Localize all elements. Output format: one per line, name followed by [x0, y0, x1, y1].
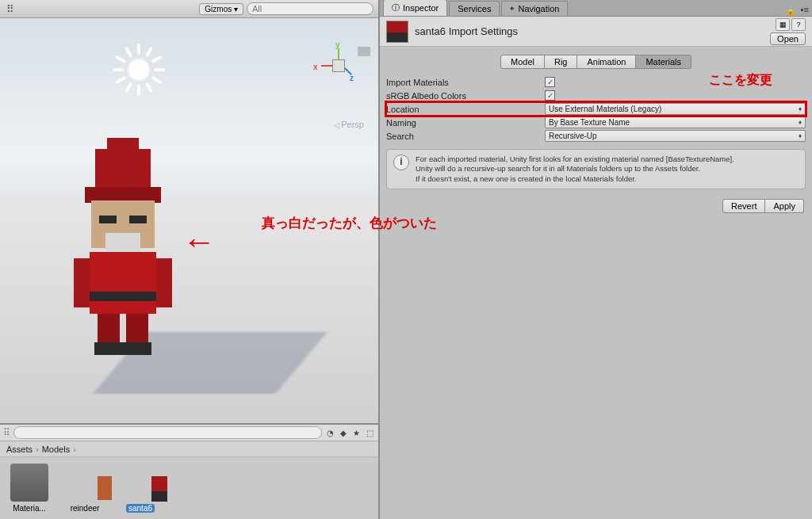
- info-icon: i: [393, 155, 409, 170]
- annotation-scene-text: 真っ白だったが、色がついた: [262, 214, 437, 232]
- dropdown-location[interactable]: Use External Materials (Legacy)♦: [545, 103, 806, 115]
- tab-rig[interactable]: Rig: [545, 55, 578, 69]
- tab-animation[interactable]: Animation: [577, 55, 636, 69]
- revert-button[interactable]: Revert: [722, 199, 765, 213]
- persp-label[interactable]: Persp: [334, 120, 364, 129]
- asset-label: reindeer: [71, 504, 100, 513]
- prop-search: Search Recursive-Up♦: [386, 129, 806, 143]
- orientation-gizmo[interactable]: yxz: [315, 42, 362, 90]
- apply-button[interactable]: Apply: [765, 199, 804, 213]
- info-text: For each imported material, Unity first …: [416, 155, 734, 184]
- import-sub-tabs: Model Rig Animation Materials: [380, 47, 812, 74]
- prop-label: Naming: [386, 118, 545, 128]
- footer-buttons: Revert Apply: [380, 194, 812, 218]
- inspector-title: santa6 Import Settings: [415, 25, 764, 37]
- left-panel: ⠿ Gizmos ▾ yxz Persp: [0, 0, 380, 519]
- asset-grid: Materia... reindeer santa6: [0, 457, 378, 519]
- lock-icon[interactable]: 🔒: [785, 6, 796, 16]
- drag-handle-icon[interactable]: ⠿: [3, 427, 10, 438]
- prop-label: sRGB Albedo Colors: [386, 91, 545, 101]
- annotation-arrow-icon: ←: [182, 223, 216, 261]
- sun-icon: [111, 42, 167, 97]
- breadcrumb: Assets › Models ›: [0, 441, 378, 457]
- info-box: i For each imported material, Unity firs…: [386, 149, 806, 189]
- asset-santa6[interactable]: santa6: [117, 464, 163, 513]
- inspector-panel: ⓘInspector Services ⌖Navigation 🔒 ▪≡ san…: [380, 0, 812, 519]
- tab-materials[interactable]: Materials: [636, 55, 691, 69]
- asset-label: Materia...: [13, 504, 46, 513]
- breadcrumb-item[interactable]: Assets: [6, 445, 33, 454]
- panel-menu-icon[interactable]: ▪≡: [798, 3, 812, 16]
- prop-label: Location: [386, 105, 545, 114]
- filter-type-icon[interactable]: ◆: [339, 429, 348, 437]
- chevron-right-icon: ›: [36, 445, 39, 454]
- scene-toolbar: ⠿ Gizmos ▾: [0, 0, 378, 18]
- prop-label: Import Materials: [386, 78, 545, 87]
- inspector-body: Model Rig Animation Materials ここを変更 Impo…: [380, 47, 812, 218]
- save-search-icon[interactable]: ⬚: [365, 429, 375, 437]
- checkbox-import-materials[interactable]: ✓: [545, 77, 555, 87]
- inspector-header: santa6 Import Settings ▦ ? Open: [380, 17, 812, 47]
- tab-navigation[interactable]: ⌖Navigation: [501, 1, 568, 16]
- help-icon[interactable]: ?: [791, 18, 806, 31]
- tab-model[interactable]: Model: [500, 55, 545, 69]
- dropdown-naming[interactable]: By Base Texture Name♦: [545, 116, 806, 128]
- chevron-down-icon: ♦: [799, 119, 802, 126]
- chevron-down-icon: ♦: [799, 105, 802, 113]
- dropdown-search[interactable]: Recursive-Up♦: [545, 130, 806, 142]
- drag-handle-icon[interactable]: ⠿: [6, 3, 14, 15]
- model-icon: [121, 464, 159, 502]
- favorite-icon[interactable]: ★: [351, 429, 362, 437]
- santa-model[interactable]: [67, 149, 186, 355]
- bundle-icon[interactable]: ▦: [776, 18, 790, 31]
- asset-thumbnail-icon: [386, 21, 408, 43]
- gizmos-button[interactable]: Gizmos ▾: [199, 3, 243, 15]
- asset-label: santa6: [126, 504, 155, 513]
- chevron-right-icon: ›: [73, 445, 76, 454]
- model-icon: [66, 464, 104, 502]
- prop-location: Location Use External Materials (Legacy)…: [386, 102, 806, 116]
- annotation-change-text: ここを変更: [709, 72, 772, 89]
- asset-folder-materials[interactable]: Materia...: [6, 464, 52, 513]
- folder-icon: [10, 464, 48, 502]
- tab-inspector[interactable]: ⓘInspector: [383, 0, 447, 16]
- chevron-down-icon: ♦: [799, 132, 802, 139]
- filter-icon[interactable]: ◔: [325, 429, 335, 437]
- tab-services[interactable]: Services: [449, 1, 500, 16]
- scene-search-input[interactable]: [247, 2, 373, 15]
- project-search-bar: ⠿ ◔ ◆ ★ ⬚: [0, 425, 378, 441]
- nav-icon: ⌖: [510, 4, 515, 13]
- open-button[interactable]: Open: [770, 32, 806, 45]
- prop-label: Search: [386, 132, 545, 141]
- asset-reindeer[interactable]: reindeer: [62, 464, 108, 513]
- prop-naming: Naming By Base Texture Name♦: [386, 116, 806, 129]
- project-search-input[interactable]: [13, 426, 322, 439]
- breadcrumb-item[interactable]: Models: [42, 445, 70, 454]
- checkbox-srgb[interactable]: ✓: [545, 90, 555, 101]
- project-panel: ⠿ ◔ ◆ ★ ⬚ Assets › Models › Materia... r…: [0, 423, 378, 519]
- info-icon: ⓘ: [392, 2, 400, 13]
- inspector-tabs: ⓘInspector Services ⌖Navigation 🔒 ▪≡: [380, 0, 812, 17]
- prop-srgb: sRGB Albedo Colors ✓: [386, 89, 806, 102]
